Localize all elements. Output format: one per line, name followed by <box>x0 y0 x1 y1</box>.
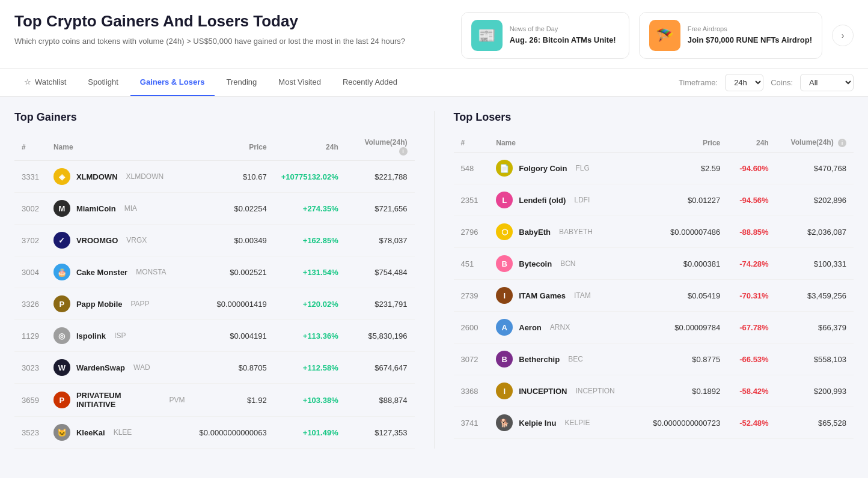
losers-change-4: -70.31% <box>727 280 775 312</box>
tab-most-visited-label: Most Visited <box>278 77 321 86</box>
losers-table-row[interactable]: 2600 A Aeron ARNX $0.00009784 -67.78% $6… <box>454 312 854 343</box>
gainers-table-row[interactable]: 3331 ◈ XLMDOWN XLMDOWN $10.67 +10775132.… <box>14 161 415 193</box>
losers-name-8: 🐕 Kelpie Inu KELPIE <box>489 407 637 439</box>
coins-select[interactable]: All Top 100 Top 500 <box>800 74 854 91</box>
losers-name-1: L Lendefi (old) LDFI <box>489 184 637 216</box>
gainers-table-row[interactable]: 3023 W WardenSwap WAD $0.8705 +112.58% $… <box>14 352 415 384</box>
page-subtitle: Which crypto coins and tokens with volum… <box>14 35 447 47</box>
hero-section: Top Crypto Gainers And Losers Today Whic… <box>0 0 868 69</box>
losers-rank-6: 3072 <box>454 343 489 375</box>
losers-volume-5: $66,379 <box>776 312 854 343</box>
gainers-volume-info-icon[interactable]: i <box>399 147 408 156</box>
gainers-coin-label-0: XLMDOWN <box>76 172 118 181</box>
coins-label: Coins: <box>771 78 793 87</box>
losers-price-8: $0.0000000000723 <box>637 407 727 439</box>
losers-table-row[interactable]: 2739 I ITAM Games ITAM $0.05419 -70.31% … <box>454 280 854 312</box>
gainers-price-7: $1.92 <box>192 384 274 417</box>
losers-volume-4: $3,459,256 <box>776 280 854 312</box>
tab-recently-added[interactable]: Recently Added <box>333 69 407 96</box>
tab-spotlight[interactable]: Spotlight <box>78 69 128 96</box>
gainers-table-row[interactable]: 3659 P PRIVATEUM INITIATIVE PVM $1.92 +1… <box>14 384 415 417</box>
gainers-name-7: P PRIVATEUM INITIATIVE PVM <box>46 384 192 417</box>
losers-name-6: B Betherchip BEC <box>489 343 637 375</box>
losers-table-row[interactable]: 3072 B Betherchip BEC $0.8775 -66.53% $5… <box>454 343 854 375</box>
losers-table-header: # Name Price 24h Volume(24h) i <box>454 133 854 153</box>
losers-coin-icon-6: B <box>496 351 513 368</box>
gainers-volume-5: $5,830,196 <box>346 320 415 352</box>
gainers-coin-icon-6: W <box>53 359 70 376</box>
hero-text: Top Crypto Gainers And Losers Today Whic… <box>14 12 447 47</box>
losers-col-name: Name <box>489 133 637 153</box>
gainers-section: Top Gainers # Name Price 24h Volume(24h)… <box>14 111 415 449</box>
losers-coin-icon-5: A <box>496 319 513 336</box>
gainers-rank-4: 3326 <box>14 288 46 320</box>
losers-table-row[interactable]: 2351 L Lendefi (old) LDFI $0.01227 -94.5… <box>454 184 854 216</box>
losers-coin-label-8: Kelpie Inu <box>519 419 556 428</box>
losers-coin-label-2: BabyEth <box>519 228 551 237</box>
losers-table-row[interactable]: 2796 ⬡ BabyEth BABYETH $0.000007486 -88.… <box>454 216 854 248</box>
losers-change-3: -74.28% <box>727 248 775 280</box>
gainers-volume-4: $231,791 <box>346 288 415 320</box>
gainers-table-row[interactable]: 3002 M MiamiCoin MIA $0.02254 +274.35% $… <box>14 193 415 225</box>
gainers-table-header: # Name Price 24h Volume(24h) i <box>14 133 415 161</box>
losers-volume-1: $202,896 <box>776 184 854 216</box>
losers-coin-label-4: ITAM Games <box>519 291 566 300</box>
tab-most-visited[interactable]: Most Visited <box>269 69 331 96</box>
losers-volume-info-icon[interactable]: i <box>838 139 846 147</box>
gainers-table-row[interactable]: 3326 P Papp Mobile PAPP $0.000001419 +12… <box>14 288 415 320</box>
losers-rank-1: 2351 <box>454 184 489 216</box>
star-icon: ☆ <box>24 77 31 86</box>
gainers-table-row[interactable]: 3523 🐱 KleeKai KLEE $0.0000000000063 +10… <box>14 417 415 449</box>
losers-coin-icon-2: ⬡ <box>496 223 513 240</box>
losers-price-0: $2.59 <box>637 153 727 184</box>
tabs-section: ☆ Watchlist Spotlight Gainers & Losers T… <box>0 69 868 97</box>
losers-coin-symbol-0: FLG <box>575 164 589 172</box>
gainers-change-5: +113.36% <box>274 320 346 352</box>
gainers-col-price: Price <box>192 133 274 161</box>
timeframe-label: Timeframe: <box>679 78 718 87</box>
losers-rank-8: 3741 <box>454 407 489 439</box>
gainers-change-3: +131.54% <box>274 256 346 288</box>
tab-watchlist[interactable]: ☆ Watchlist <box>14 69 76 96</box>
gainers-rank-6: 3023 <box>14 352 46 384</box>
losers-volume-3: $100,331 <box>776 248 854 280</box>
gainers-table-row[interactable]: 3702 ✓ VROOMGO VRGX $0.00349 +162.85% $7… <box>14 225 415 256</box>
news-card-1[interactable]: 📰 News of the Day Aug. 26: Bitcoin ATMs … <box>461 12 629 59</box>
gainers-table-row[interactable]: 3004 🎂 Cake Monster MONSTA $0.002521 +13… <box>14 256 415 288</box>
losers-table-row[interactable]: 451 B Bytecoin BCN $0.000381 -74.28% $10… <box>454 248 854 280</box>
timeframe-select[interactable]: 24h 1h 7d 30d <box>725 74 763 91</box>
news-card-2-icon: 🪂 <box>649 20 680 51</box>
filters-section: Timeframe: 24h 1h 7d 30d Coins: All Top … <box>679 74 854 91</box>
losers-table-row[interactable]: 3368 I INUCEPTION INCEPTION $0.1892 -58.… <box>454 375 854 407</box>
losers-coin-symbol-7: INCEPTION <box>575 387 614 395</box>
losers-volume-8: $65,528 <box>776 407 854 439</box>
news-card-2[interactable]: 🪂 Free Airdrops Join $70,000 RUNE NFTs A… <box>639 12 822 59</box>
losers-coin-symbol-4: ITAM <box>574 291 591 300</box>
gainers-table-row[interactable]: 1129 ◎ Ispolink ISP $0.004191 +113.36% $… <box>14 320 415 352</box>
tab-gainers-losers[interactable]: Gainers & Losers <box>130 69 215 96</box>
losers-coin-icon-0: 📄 <box>496 160 513 177</box>
gainers-name-6: W WardenSwap WAD <box>46 352 192 384</box>
losers-name-2: ⬡ BabyEth BABYETH <box>489 216 637 248</box>
losers-table-row[interactable]: 548 📄 Folgory Coin FLG $2.59 -94.60% $47… <box>454 153 854 184</box>
news-card-2-content: Free Airdrops Join $70,000 RUNE NFTs Air… <box>688 25 812 46</box>
losers-coin-icon-3: B <box>496 255 513 272</box>
gainers-name-3: 🎂 Cake Monster MONSTA <box>46 256 192 288</box>
losers-table-row[interactable]: 3741 🐕 Kelpie Inu KELPIE $0.000000000072… <box>454 407 854 439</box>
tab-trending[interactable]: Trending <box>217 69 267 96</box>
gainers-col-rank: # <box>14 133 46 161</box>
losers-rank-4: 2739 <box>454 280 489 312</box>
news-next-button[interactable]: › <box>832 25 854 46</box>
losers-price-4: $0.05419 <box>637 280 727 312</box>
losers-change-6: -66.53% <box>727 343 775 375</box>
losers-volume-7: $200,993 <box>776 375 854 407</box>
gainers-coin-label-5: Ispolink <box>76 331 106 340</box>
losers-volume-2: $2,036,087 <box>776 216 854 248</box>
gainers-price-6: $0.8705 <box>192 352 274 384</box>
losers-price-6: $0.8775 <box>637 343 727 375</box>
gainers-col-name: Name <box>46 133 192 161</box>
losers-rank-5: 2600 <box>454 312 489 343</box>
gainers-coin-label-8: KleeKai <box>76 428 105 437</box>
losers-volume-0: $470,768 <box>776 153 854 184</box>
gainers-coin-label-4: Papp Mobile <box>76 300 123 309</box>
